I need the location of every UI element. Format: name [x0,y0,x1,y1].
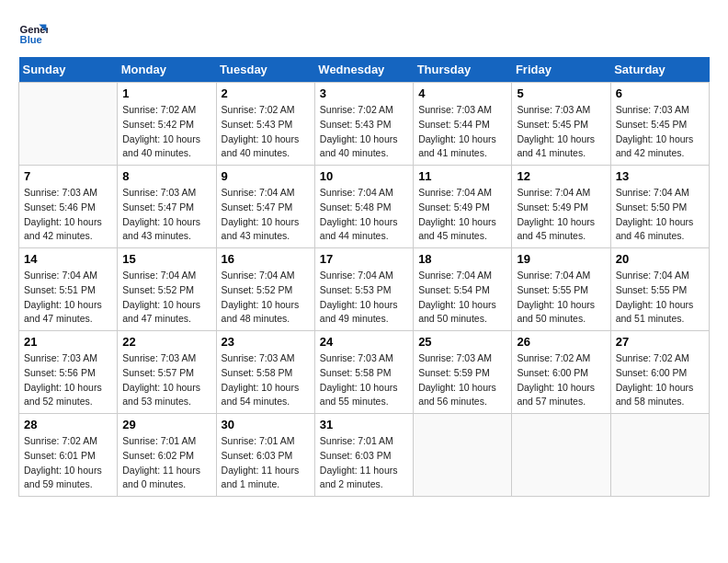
day-number: 5 [517,86,605,100]
day-number: 7 [24,169,112,183]
day-cell: 6 Sunrise: 7:03 AMSunset: 5:45 PMDayligh… [610,83,709,166]
day-detail: Sunrise: 7:01 AMSunset: 6:03 PMDaylight:… [222,434,310,492]
day-number: 2 [222,86,310,100]
logo: General Blue [18,18,51,48]
day-detail: Sunrise: 7:02 AMSunset: 5:42 PMDaylight:… [122,103,210,161]
day-cell [19,83,118,166]
day-detail: Sunrise: 7:03 AMSunset: 5:57 PMDaylight:… [122,351,210,409]
day-number: 14 [24,252,112,266]
day-number: 26 [517,335,605,349]
week-row-3: 14 Sunrise: 7:04 AMSunset: 5:51 PMDaylig… [19,248,710,331]
day-detail: Sunrise: 7:03 AMSunset: 5:44 PMDaylight:… [418,103,506,161]
day-cell: 23 Sunrise: 7:03 AMSunset: 5:58 PMDaylig… [216,331,314,414]
day-detail: Sunrise: 7:03 AMSunset: 5:56 PMDaylight:… [24,351,112,409]
day-number: 6 [616,86,704,100]
header-wednesday: Wednesday [314,57,413,83]
day-cell: 13 Sunrise: 7:04 AMSunset: 5:50 PMDaylig… [610,166,709,248]
week-row-1: 1 Sunrise: 7:02 AMSunset: 5:42 PMDayligh… [19,83,710,166]
day-cell: 29 Sunrise: 7:01 AMSunset: 6:02 PMDaylig… [118,414,216,497]
day-number: 23 [222,335,310,349]
day-detail: Sunrise: 7:04 AMSunset: 5:52 PMDaylight:… [222,269,310,327]
day-number: 27 [616,335,704,349]
day-number: 9 [222,169,310,183]
day-detail: Sunrise: 7:04 AMSunset: 5:55 PMDaylight:… [616,269,704,327]
day-detail: Sunrise: 7:04 AMSunset: 5:48 PMDaylight:… [320,186,408,244]
day-number: 12 [517,169,605,183]
day-cell: 7 Sunrise: 7:03 AMSunset: 5:46 PMDayligh… [19,166,118,248]
day-number: 21 [24,335,112,349]
day-cell: 1 Sunrise: 7:02 AMSunset: 5:42 PMDayligh… [118,83,216,166]
day-detail: Sunrise: 7:04 AMSunset: 5:52 PMDaylight:… [122,269,210,327]
day-number: 24 [320,335,408,349]
day-cell: 20 Sunrise: 7:04 AMSunset: 5:55 PMDaylig… [610,248,709,331]
header-saturday: Saturday [610,57,709,83]
day-cell: 16 Sunrise: 7:04 AMSunset: 5:52 PMDaylig… [216,248,314,331]
day-detail: Sunrise: 7:01 AMSunset: 6:03 PMDaylight:… [320,434,408,492]
week-row-5: 28 Sunrise: 7:02 AMSunset: 6:01 PMDaylig… [19,414,710,497]
day-number: 11 [418,169,506,183]
day-detail: Sunrise: 7:04 AMSunset: 5:55 PMDaylight:… [517,269,605,327]
header-thursday: Thursday [414,57,512,83]
day-detail: Sunrise: 7:04 AMSunset: 5:49 PMDaylight:… [517,186,605,244]
day-cell [512,414,610,497]
day-cell: 5 Sunrise: 7:03 AMSunset: 5:45 PMDayligh… [512,83,610,166]
day-detail: Sunrise: 7:04 AMSunset: 5:49 PMDaylight:… [418,186,506,244]
week-row-4: 21 Sunrise: 7:03 AMSunset: 5:56 PMDaylig… [19,331,710,414]
day-cell: 15 Sunrise: 7:04 AMSunset: 5:52 PMDaylig… [118,248,216,331]
svg-text:Blue: Blue [20,34,42,45]
day-number: 25 [418,335,506,349]
day-number: 13 [616,169,704,183]
day-cell: 22 Sunrise: 7:03 AMSunset: 5:57 PMDaylig… [118,331,216,414]
day-cell [610,414,709,497]
calendar-header-row: SundayMondayTuesdayWednesdayThursdayFrid… [19,57,710,83]
day-detail: Sunrise: 7:04 AMSunset: 5:53 PMDaylight:… [320,269,408,327]
day-number: 22 [122,335,210,349]
logo-icon: General Blue [18,18,48,48]
day-detail: Sunrise: 7:03 AMSunset: 5:46 PMDaylight:… [24,186,112,244]
day-cell: 10 Sunrise: 7:04 AMSunset: 5:48 PMDaylig… [314,166,413,248]
day-detail: Sunrise: 7:02 AMSunset: 6:00 PMDaylight:… [517,351,605,409]
day-detail: Sunrise: 7:03 AMSunset: 5:45 PMDaylight:… [616,103,704,161]
day-number: 4 [418,86,506,100]
day-cell: 2 Sunrise: 7:02 AMSunset: 5:43 PMDayligh… [216,83,314,166]
day-cell: 21 Sunrise: 7:03 AMSunset: 5:56 PMDaylig… [19,331,118,414]
day-detail: Sunrise: 7:03 AMSunset: 5:58 PMDaylight:… [222,351,310,409]
day-number: 15 [122,252,210,266]
day-cell: 26 Sunrise: 7:02 AMSunset: 6:00 PMDaylig… [512,331,610,414]
day-number: 8 [122,169,210,183]
day-number: 18 [418,252,506,266]
day-cell: 27 Sunrise: 7:02 AMSunset: 6:00 PMDaylig… [610,331,709,414]
day-cell: 30 Sunrise: 7:01 AMSunset: 6:03 PMDaylig… [216,414,314,497]
day-number: 16 [222,252,310,266]
day-cell: 17 Sunrise: 7:04 AMSunset: 5:53 PMDaylig… [314,248,413,331]
day-cell: 19 Sunrise: 7:04 AMSunset: 5:55 PMDaylig… [512,248,610,331]
day-number: 20 [616,252,704,266]
day-detail: Sunrise: 7:02 AMSunset: 6:00 PMDaylight:… [616,351,704,409]
day-detail: Sunrise: 7:04 AMSunset: 5:54 PMDaylight:… [418,269,506,327]
header-friday: Friday [512,57,610,83]
day-detail: Sunrise: 7:02 AMSunset: 5:43 PMDaylight:… [320,103,408,161]
day-number: 19 [517,252,605,266]
header-tuesday: Tuesday [216,57,314,83]
day-detail: Sunrise: 7:02 AMSunset: 6:01 PMDaylight:… [24,434,112,492]
header-monday: Monday [118,57,216,83]
day-detail: Sunrise: 7:04 AMSunset: 5:51 PMDaylight:… [24,269,112,327]
day-detail: Sunrise: 7:01 AMSunset: 6:02 PMDaylight:… [122,434,210,492]
day-cell: 11 Sunrise: 7:04 AMSunset: 5:49 PMDaylig… [414,166,512,248]
day-number: 17 [320,252,408,266]
day-cell: 12 Sunrise: 7:04 AMSunset: 5:49 PMDaylig… [512,166,610,248]
day-cell [414,414,512,497]
day-cell: 14 Sunrise: 7:04 AMSunset: 5:51 PMDaylig… [19,248,118,331]
day-detail: Sunrise: 7:04 AMSunset: 5:50 PMDaylight:… [616,186,704,244]
day-cell: 31 Sunrise: 7:01 AMSunset: 6:03 PMDaylig… [314,414,413,497]
day-number: 1 [122,86,210,100]
day-cell: 8 Sunrise: 7:03 AMSunset: 5:47 PMDayligh… [118,166,216,248]
day-cell: 3 Sunrise: 7:02 AMSunset: 5:43 PMDayligh… [314,83,413,166]
day-cell: 18 Sunrise: 7:04 AMSunset: 5:54 PMDaylig… [414,248,512,331]
day-detail: Sunrise: 7:03 AMSunset: 5:45 PMDaylight:… [517,103,605,161]
day-cell: 4 Sunrise: 7:03 AMSunset: 5:44 PMDayligh… [414,83,512,166]
day-number: 31 [320,418,408,431]
day-cell: 9 Sunrise: 7:04 AMSunset: 5:47 PMDayligh… [216,166,314,248]
week-row-2: 7 Sunrise: 7:03 AMSunset: 5:46 PMDayligh… [19,166,710,248]
day-detail: Sunrise: 7:04 AMSunset: 5:47 PMDaylight:… [222,186,310,244]
